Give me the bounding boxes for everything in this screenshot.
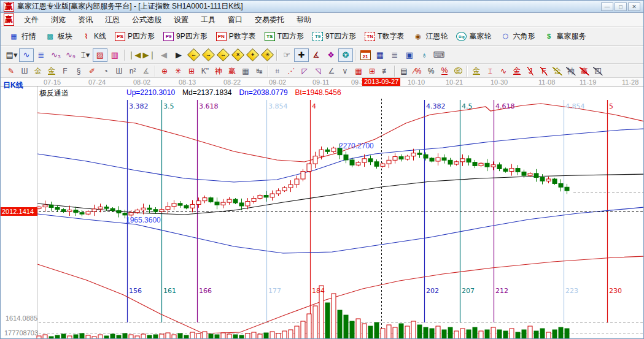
grid-123-button[interactable]: ▦ — [239, 65, 252, 77]
red-grid-button[interactable]: ▦ — [352, 65, 365, 77]
protractor-button[interactable]: ◔ — [99, 65, 112, 77]
p-square-button[interactable]: PSP四方形 — [111, 29, 159, 44]
sector-blocks-button[interactable]: ▩板块 — [41, 29, 77, 44]
percent-line-button[interactable]: % — [438, 65, 451, 77]
info-panel-button[interactable]: ≣ — [34, 48, 48, 62]
red-grid-arrow-button[interactable]: ⊞ — [365, 65, 379, 77]
chart-type-dropdown[interactable]: ▤▾ — [4, 48, 19, 62]
golden-gate-button[interactable]: 金 — [45, 65, 58, 77]
menu-item-0[interactable]: 文件 — [18, 13, 45, 27]
zoom-all-button[interactable]: ✳ — [260, 48, 274, 62]
coil-lines-button[interactable]: § — [72, 65, 85, 77]
print-button[interactable]: ⌨ — [432, 48, 446, 62]
gann-fan-button[interactable]: ⋰ — [284, 65, 298, 77]
expand-h-button[interactable]: ↔ — [215, 48, 230, 62]
gann-web-button[interactable]: ✳ — [171, 65, 185, 77]
j-angle-button[interactable]: J — [524, 65, 537, 77]
gold-circle-button[interactable]: 金 — [451, 65, 465, 77]
zoom-cross-button[interactable]: + — [245, 48, 260, 62]
calculator-button[interactable]: ▦ — [373, 48, 387, 62]
menu-item-1[interactable]: 浏览 — [45, 13, 72, 27]
period-label[interactable]: 日K线 — [3, 80, 23, 91]
menu-item-4[interactable]: 公式选股 — [126, 13, 168, 27]
wave-window-button[interactable]: ∿ — [497, 65, 510, 77]
shear-lines-button[interactable]: ≢ — [379, 65, 392, 77]
winner-wheel-button[interactable]: Big赢家轮 — [452, 29, 495, 44]
market-quotes-button[interactable]: ▦行情 — [4, 29, 41, 44]
menu-item-3[interactable]: 江恩 — [99, 13, 126, 27]
four-angle-button[interactable]: 四 — [591, 65, 605, 77]
shen-angle-button[interactable]: 神 — [564, 65, 578, 77]
9t-square-button[interactable]: T99T四方形 — [308, 29, 360, 44]
span-measure-button[interactable]: ↹ — [252, 65, 266, 77]
nav-next-button[interactable]: ▶ — [171, 48, 186, 62]
f-angle-button[interactable]: F — [537, 65, 551, 77]
shen-lines-button[interactable]: 神 — [212, 65, 225, 77]
candle-marker-button[interactable]: ⌶ — [483, 65, 497, 77]
gann-lines-button[interactable]: Ш — [18, 65, 31, 77]
zoom-diag-button[interactable]: × — [230, 48, 245, 62]
n2-lines-button[interactable]: n² — [126, 65, 139, 77]
kline-button[interactable]: ⌇K线 — [77, 29, 111, 44]
crosshair-tool-button[interactable]: ✚ — [294, 48, 309, 62]
fan-box2-button[interactable]: ◹ — [311, 65, 325, 77]
nav-prev-button[interactable]: ◀ — [157, 48, 171, 62]
menu-item-6[interactable]: 工具 — [195, 13, 222, 27]
percent-retrace-button[interactable]: ∕% — [411, 65, 424, 77]
gold-channel-button[interactable]: 金 — [510, 65, 524, 77]
wave-9-button[interactable]: ∿₉ — [63, 48, 78, 62]
kline-plot[interactable] — [1, 78, 644, 339]
fibonacci-lines-button[interactable]: F — [58, 65, 72, 77]
hexagon-button[interactable]: ⬡六角形 — [495, 29, 539, 44]
angle-tool-button[interactable]: ∡ — [309, 48, 324, 62]
9p-square-button[interactable]: P99P四方形 — [159, 29, 212, 44]
gann-wheel-button[interactable]: ◉江恩轮 — [408, 29, 452, 44]
menu-item-7[interactable]: 窗口 — [222, 13, 249, 27]
single-candle-dropdown[interactable]: ⌶▾ — [78, 48, 93, 62]
brush-pen-button[interactable]: ✎ — [4, 65, 18, 77]
maximize-button[interactable]: □ — [615, 2, 627, 11]
web-box-button[interactable]: ⊞ — [185, 65, 198, 77]
flower-grid-button[interactable]: ❖ — [324, 48, 338, 62]
menu-item-2[interactable]: 资讯 — [72, 13, 99, 27]
pen-ruler-button[interactable]: ✐ — [85, 65, 99, 77]
box-measure-button[interactable]: ⌗ — [271, 65, 284, 77]
v-wave-button[interactable]: ∨ — [338, 65, 352, 77]
shift-left-button[interactable]: ← — [186, 48, 201, 62]
circle-cross-button[interactable]: ⊕ — [158, 65, 171, 77]
spiral-grid-button[interactable]: ❂ — [338, 48, 353, 62]
shift-right-button[interactable]: → — [201, 48, 215, 62]
win-lines-button[interactable]: 赢 — [225, 65, 239, 77]
notes-button[interactable]: ≣ — [387, 48, 402, 62]
chart-area[interactable]: 07-1507-2408-0208-1308-2209-0209-1109-21… — [1, 78, 643, 339]
export-web-button[interactable]: ♁ — [417, 48, 432, 62]
menu-item-8[interactable]: 交易委托 — [249, 13, 290, 27]
fan-box-button[interactable]: ◸ — [298, 65, 311, 77]
angle-rays-button[interactable]: ∠ — [325, 65, 338, 77]
hand-tool-button[interactable]: ☞ — [279, 48, 294, 62]
minimize-button[interactable]: — — [601, 2, 613, 11]
price-ladder-button[interactable]: ▤ — [397, 65, 411, 77]
golden-section-button[interactable]: 金 — [31, 65, 45, 77]
nav-last-button[interactable]: ▶❘ — [142, 48, 157, 62]
comb-lines-button[interactable]: Ш — [112, 65, 126, 77]
calendar-button[interactable]: 21 — [358, 48, 373, 62]
gold-angle-button[interactable]: 金 — [551, 65, 564, 77]
gold-hline-button[interactable]: 金 — [470, 65, 483, 77]
zigzag-tool-button[interactable]: ∿ — [19, 48, 34, 62]
nav-first-button[interactable]: ❘◀ — [127, 48, 142, 62]
k-quote-button[interactable]: K" — [198, 65, 212, 77]
t-number-table-button[interactable]: TNT数字表 — [360, 29, 408, 44]
wave-3-button[interactable]: ∿₃ — [48, 48, 63, 62]
pattern-search-button[interactable]: ▨ — [93, 48, 107, 62]
p-number-table-button[interactable]: PNP数字表 — [212, 29, 260, 44]
winner-service-button[interactable]: $赢家服务 — [539, 29, 590, 44]
win-angle-button[interactable]: 赢 — [578, 65, 591, 77]
volume-profile-button[interactable]: ▥ — [107, 48, 122, 62]
angle-gauge-button[interactable]: ∡ — [139, 65, 153, 77]
menu-item-5[interactable]: 设置 — [168, 13, 195, 27]
menu-item-9[interactable]: 帮助 — [290, 13, 317, 27]
close-button[interactable]: ✕ — [628, 2, 640, 11]
percent-button[interactable]: % — [424, 65, 438, 77]
save-button[interactable]: ▣ — [402, 48, 417, 62]
